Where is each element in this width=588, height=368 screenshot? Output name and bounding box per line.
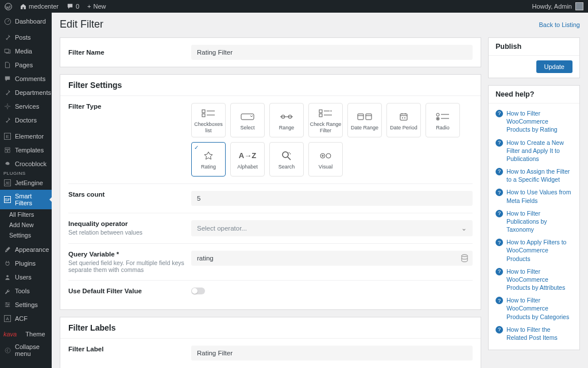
type-search[interactable]: Search [269, 142, 304, 177]
sidebar-item-pages[interactable]: Pages [0, 58, 52, 72]
help-panel: Need help? ?How to Filter WooCommerce Pr… [488, 85, 580, 350]
svg-point-19 [405, 117, 405, 118]
svg-point-3 [6, 275, 9, 277]
check-icon: ✓ [194, 144, 199, 151]
database-icon[interactable] [461, 254, 468, 262]
help-icon: ? [496, 168, 503, 175]
comments-link[interactable]: 0 [67, 3, 79, 10]
sidebar-item-doctors[interactable]: Doctors [0, 113, 52, 127]
filter-type-label: Filter Type [68, 103, 191, 110]
publish-heading: Publish [489, 38, 579, 56]
type-dateperiod[interactable]: Date Period [386, 103, 421, 137]
filter-label-label: Filter Label [68, 346, 191, 352]
help-link[interactable]: How to Use Values from Meta Fields [506, 188, 572, 204]
elementor-icon: E [3, 132, 11, 140]
svg-rect-8 [202, 110, 205, 113]
inequality-select[interactable]: Select operator... ⌄ [191, 220, 473, 236]
avatar [575, 2, 583, 10]
query-var-input[interactable] [191, 251, 458, 266]
help-link[interactable]: How to Create a New Filter and Apply It … [506, 139, 572, 163]
sidebar-item-crocoblock[interactable]: Crocoblock [0, 157, 52, 171]
new-link[interactable]: +New [87, 3, 106, 10]
sliders-icon [3, 301, 11, 309]
query-var-label: Query Variable *Set queried field key. F… [68, 251, 191, 273]
active-arrow-icon [49, 197, 52, 202]
help-icon: ? [496, 326, 503, 334]
inequality-label: Inequality operatorSet relation between … [68, 220, 191, 236]
type-alphabet[interactable]: A→ZAlphabet [230, 142, 265, 177]
services-icon [3, 102, 11, 110]
help-icon: ? [496, 268, 503, 275]
help-icon: ? [496, 189, 503, 196]
sidebar-item-jetengine[interactable]: JEJetEngine [0, 176, 52, 190]
svg-point-22 [438, 118, 439, 119]
sidebar-item-templates[interactable]: Templates [0, 143, 52, 157]
help-link[interactable]: How to Filter WooCommerce Products by At… [506, 267, 572, 292]
update-button[interactable]: Update [536, 60, 572, 73]
help-icon: ? [496, 239, 503, 246]
sidebar-item-services[interactable]: Services [0, 99, 52, 113]
type-visual[interactable]: Visual [308, 142, 343, 177]
brush-icon [3, 246, 11, 254]
wp-logo[interactable] [5, 3, 12, 10]
plugins-tag: plugins [0, 171, 52, 176]
sidebar-item-acf[interactable]: AACF [0, 312, 52, 325]
sidebar-item-plugins[interactable]: Plugins [0, 256, 52, 270]
default-value-toggle[interactable] [191, 288, 205, 294]
sidebar-item-tools[interactable]: Tools [0, 284, 52, 298]
type-range[interactable]: Range [269, 103, 304, 137]
submenu-settings[interactable]: Settings [6, 230, 52, 240]
admin-topbar: medcenter 0 +New Howdy, Admin [0, 0, 588, 13]
type-rating[interactable]: ✓Rating [191, 142, 226, 177]
type-checkboxes[interactable]: Checkboxes list [191, 103, 226, 137]
svg-rect-15 [358, 114, 363, 120]
sidebar-item-settings[interactable]: Settings [0, 298, 52, 312]
type-radio[interactable]: Radio [425, 103, 460, 137]
sidebar-item-comments[interactable]: Comments [0, 72, 52, 86]
stars-count-input[interactable] [191, 191, 473, 206]
help-link[interactable]: How to Apply Filters to WooCommerce Prod… [506, 238, 572, 263]
svg-point-4 [6, 302, 7, 304]
help-icon: ? [496, 139, 503, 147]
svg-rect-13 [319, 110, 322, 113]
collapse-menu[interactable]: Collapse menu [0, 340, 52, 360]
submenu-all-filters[interactable]: All Filters [6, 209, 52, 220]
help-heading: Need help? [489, 86, 579, 103]
type-checkrange[interactable]: Check Range Filter [308, 103, 343, 137]
dateperiod-icon [400, 112, 408, 121]
help-link[interactable]: How to Filter WooCommerce Products by Ra… [506, 109, 572, 134]
comment-icon [3, 75, 11, 83]
back-to-listing-link[interactable]: Back to Listing [539, 21, 580, 28]
help-link[interactable]: How to Assign the Filter to a Specific W… [506, 167, 572, 183]
sidebar-item-elementor[interactable]: EElementor [0, 129, 52, 143]
help-link[interactable]: How to Filter WooCommerce Products by Ca… [506, 296, 572, 321]
user-icon [3, 273, 11, 281]
sidebar-item-media[interactable]: Media [0, 44, 52, 58]
publish-panel: Publish Update [488, 37, 580, 78]
filter-labels-heading: Filter Labels [60, 317, 481, 339]
svg-rect-9 [202, 114, 205, 117]
sidebar-item-appearance[interactable]: Appearance [0, 243, 52, 256]
visual-icon [320, 151, 331, 160]
help-link[interactable]: How to Filter the Related Post Items [506, 325, 572, 342]
sidebar-item-theme[interactable]: kava Theme [0, 328, 52, 340]
account-link[interactable]: Howdy, Admin [532, 2, 584, 10]
sidebar-item-users[interactable]: Users [0, 270, 52, 284]
checkrange-icon [319, 109, 332, 118]
type-select[interactable]: Select [230, 103, 265, 137]
sidebar-item-smartfilters[interactable]: SFSmart Filters [0, 190, 52, 209]
svg-point-2 [6, 105, 9, 108]
site-link[interactable]: medcenter [20, 3, 59, 10]
type-daterange[interactable]: Date Range [347, 103, 382, 137]
sidebar-item-posts[interactable]: Posts [0, 30, 52, 44]
filter-name-input[interactable] [191, 45, 473, 60]
help-link[interactable]: How to Filter Publications by Taxonomy [506, 209, 572, 234]
filter-label-input[interactable] [191, 346, 473, 361]
checkboxes-icon [202, 109, 215, 118]
sidebar-item-dashboard[interactable]: Dashboard [0, 14, 52, 28]
search-icon [282, 151, 291, 160]
collapse-icon [3, 346, 11, 354]
sidebar-submenu: All Filters Add New Settings [0, 209, 52, 240]
sidebar-item-departments[interactable]: Departments [0, 86, 52, 99]
submenu-add-new[interactable]: Add New [6, 220, 52, 230]
